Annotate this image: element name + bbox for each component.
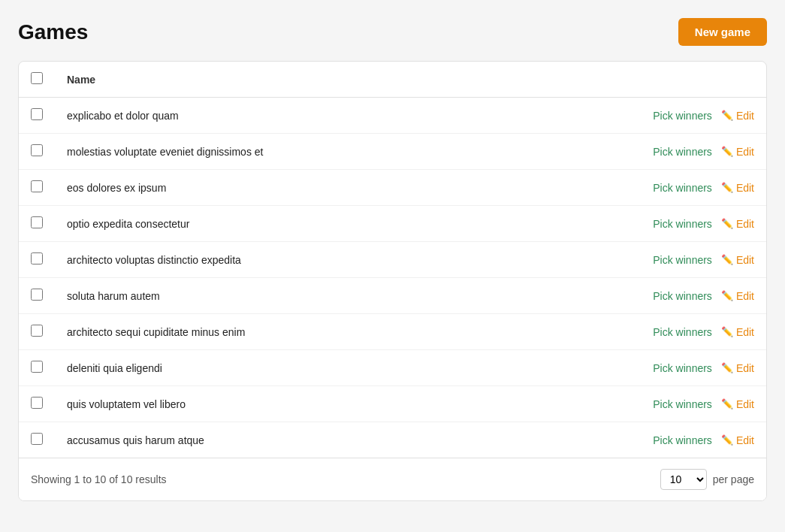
per-page-label: per page	[713, 473, 754, 485]
pick-winners-link-3[interactable]: Pick winners	[653, 182, 712, 194]
row-actions-cell: Pick winners ✏️ Edit	[631, 242, 766, 278]
edit-link-8[interactable]: ✏️ Edit	[721, 362, 754, 374]
row-actions-cell: Pick winners ✏️ Edit	[631, 134, 766, 170]
edit-link-1[interactable]: ✏️ Edit	[721, 110, 754, 122]
row-checkbox-cell	[19, 422, 55, 458]
row-checkbox-4[interactable]	[31, 216, 43, 228]
row-checkbox-cell	[19, 170, 55, 206]
row-checkbox-7[interactable]	[31, 325, 43, 337]
row-checkbox-cell	[19, 278, 55, 314]
row-checkbox-3[interactable]	[31, 180, 43, 192]
page-title: Games	[18, 20, 88, 44]
edit-icon-5: ✏️	[721, 254, 733, 265]
row-checkbox-5[interactable]	[31, 252, 43, 264]
header-checkbox-col	[19, 62, 55, 98]
pick-winners-link-8[interactable]: Pick winners	[653, 362, 712, 374]
row-checkbox-cell	[19, 242, 55, 278]
edit-link-10[interactable]: ✏️ Edit	[721, 434, 754, 446]
edit-icon-7: ✏️	[721, 326, 733, 337]
table-row: deleniti quia eligendi Pick winners ✏️ E…	[19, 350, 766, 386]
per-page-dropdown[interactable]: 102550100	[660, 469, 707, 490]
table-row: architecto sequi cupiditate minus enim P…	[19, 314, 766, 350]
pick-winners-link-2[interactable]: Pick winners	[653, 146, 712, 158]
edit-link-2[interactable]: ✏️ Edit	[721, 146, 754, 158]
select-all-checkbox[interactable]	[31, 72, 43, 84]
header-name-col: Name	[55, 62, 631, 98]
row-name-cell: eos dolores ex ipsum	[55, 170, 631, 206]
edit-icon-2: ✏️	[721, 146, 733, 157]
table-row: architecto voluptas distinctio expedita …	[19, 242, 766, 278]
row-checkbox-cell	[19, 134, 55, 170]
table-header-row: Name	[19, 62, 766, 98]
edit-link-9[interactable]: ✏️ Edit	[721, 398, 754, 410]
edit-link-3[interactable]: ✏️ Edit	[721, 182, 754, 194]
row-checkbox-cell	[19, 206, 55, 242]
edit-icon-1: ✏️	[721, 110, 733, 121]
row-name-cell: accusamus quis harum atque	[55, 422, 631, 458]
games-table: Name explicabo et dolor quam Pick winner…	[19, 62, 766, 458]
pick-winners-link-5[interactable]: Pick winners	[653, 254, 712, 266]
showing-results-text: Showing 1 to 10 of 10 results	[31, 473, 167, 485]
table-footer: Showing 1 to 10 of 10 results 102550100 …	[19, 458, 766, 500]
row-name-cell: deleniti quia eligendi	[55, 350, 631, 386]
row-checkbox-1[interactable]	[31, 108, 43, 120]
table-row: soluta harum autem Pick winners ✏️ Edit	[19, 278, 766, 314]
row-actions-cell: Pick winners ✏️ Edit	[631, 386, 766, 422]
pick-winners-link-10[interactable]: Pick winners	[653, 434, 712, 446]
new-game-button[interactable]: New game	[678, 18, 767, 46]
row-checkbox-cell	[19, 98, 55, 134]
edit-icon-8: ✏️	[721, 362, 733, 373]
row-name-cell: soluta harum autem	[55, 278, 631, 314]
edit-icon-10: ✏️	[721, 434, 733, 446]
row-actions-cell: Pick winners ✏️ Edit	[631, 170, 766, 206]
pick-winners-link-4[interactable]: Pick winners	[653, 218, 712, 230]
row-checkbox-10[interactable]	[31, 433, 43, 445]
row-name-cell: explicabo et dolor quam	[55, 98, 631, 134]
table-row: eos dolores ex ipsum Pick winners ✏️ Edi…	[19, 170, 766, 206]
pick-winners-link-9[interactable]: Pick winners	[653, 398, 712, 410]
edit-icon-3: ✏️	[721, 182, 733, 193]
edit-icon-9: ✏️	[721, 398, 733, 410]
row-name-cell: architecto sequi cupiditate minus enim	[55, 314, 631, 350]
row-checkbox-9[interactable]	[31, 397, 43, 409]
table-row: quis voluptatem vel libero Pick winners …	[19, 386, 766, 422]
edit-icon-6: ✏️	[721, 290, 733, 301]
table-row: explicabo et dolor quam Pick winners ✏️ …	[19, 98, 766, 134]
row-actions-cell: Pick winners ✏️ Edit	[631, 98, 766, 134]
edit-link-7[interactable]: ✏️ Edit	[721, 326, 754, 338]
row-checkbox-cell	[19, 386, 55, 422]
table-row: optio expedita consectetur Pick winners …	[19, 206, 766, 242]
row-actions-cell: Pick winners ✏️ Edit	[631, 350, 766, 386]
edit-link-5[interactable]: ✏️ Edit	[721, 254, 754, 266]
row-actions-cell: Pick winners ✏️ Edit	[631, 206, 766, 242]
table-row: accusamus quis harum atque Pick winners …	[19, 422, 766, 458]
row-name-cell: molestias voluptate eveniet dignissimos …	[55, 134, 631, 170]
row-checkbox-6[interactable]	[31, 289, 43, 301]
pick-winners-link-6[interactable]: Pick winners	[653, 290, 712, 302]
pick-winners-link-1[interactable]: Pick winners	[653, 110, 712, 122]
row-checkbox-2[interactable]	[31, 144, 43, 156]
row-name-cell: architecto voluptas distinctio expedita	[55, 242, 631, 278]
header-actions-col	[631, 62, 766, 98]
edit-icon-4: ✏️	[721, 218, 733, 229]
row-name-cell: optio expedita consectetur	[55, 206, 631, 242]
per-page-selector: 102550100 per page	[660, 469, 754, 490]
edit-link-4[interactable]: ✏️ Edit	[721, 218, 754, 230]
table-row: molestias voluptate eveniet dignissimos …	[19, 134, 766, 170]
row-name-cell: quis voluptatem vel libero	[55, 386, 631, 422]
row-checkbox-8[interactable]	[31, 361, 43, 373]
row-actions-cell: Pick winners ✏️ Edit	[631, 422, 766, 458]
row-actions-cell: Pick winners ✏️ Edit	[631, 278, 766, 314]
games-table-container: Name explicabo et dolor quam Pick winner…	[18, 61, 767, 501]
edit-link-6[interactable]: ✏️ Edit	[721, 290, 754, 302]
row-checkbox-cell	[19, 314, 55, 350]
pick-winners-link-7[interactable]: Pick winners	[653, 326, 712, 338]
row-checkbox-cell	[19, 350, 55, 386]
row-actions-cell: Pick winners ✏️ Edit	[631, 314, 766, 350]
